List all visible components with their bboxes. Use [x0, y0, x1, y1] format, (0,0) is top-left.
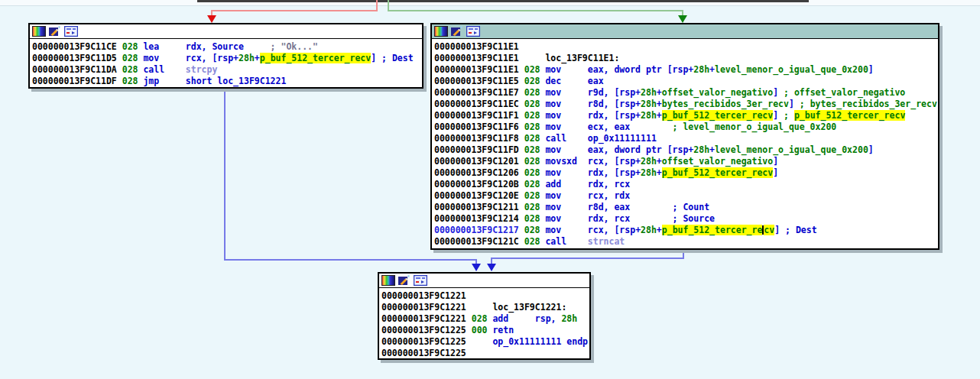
edge-blue-segment [224, 89, 226, 261]
asm-line[interactable]: 000000013F9C11DF 028 jmp short loc_13F9C… [32, 76, 422, 87]
node-body: 000000013F9C11CE 028 lea rdx, Source ; "… [30, 39, 422, 87]
edge-red-arrowhead-icon [207, 15, 216, 23]
group-frame-icon[interactable] [64, 26, 78, 37]
edit-pencil-icon[interactable] [451, 26, 463, 37]
asm-line[interactable]: 000000013F9C120B 028 add rdx, rcx [434, 179, 938, 190]
asm-line[interactable]: 000000013F9C11CE 028 lea rdx, Source ; "… [32, 41, 422, 53]
basic-block-13F9C11E1[interactable]: 000000013F9C11E1000000013F9C11E1 loc_13F… [430, 23, 939, 250]
asm-line[interactable]: 000000013F9C1225 op_0x11111111 endp [381, 336, 589, 348]
edit-pencil-icon[interactable] [49, 26, 61, 37]
node-body: 000000013F9C11E1000000013F9C11E1 loc_13F… [432, 39, 938, 248]
asm-line[interactable]: 000000013F9C1221 028 add rsp, 28h [381, 313, 589, 325]
asm-line[interactable]: 000000013F9C1214 028 mov rdx, rcx ; Sour… [434, 213, 938, 225]
node-titlebar[interactable] [432, 24, 938, 39]
asm-line[interactable]: 000000013F9C11F8 028 call op_0x11111111 [434, 133, 938, 144]
asm-line[interactable]: 000000013F9C11E5 028 dec eax [434, 76, 938, 87]
asm-line[interactable]: 000000013F9C11FD 028 mov eax, dword ptr … [434, 144, 938, 156]
asm-line[interactable]: 000000013F9C120E 028 mov rcx, rdx [434, 190, 938, 202]
asm-line[interactable]: 000000013F9C1206 028 mov rdx, [rsp+28h+p… [434, 167, 938, 179]
edge-blue-segment [492, 258, 684, 259]
group-frame-icon[interactable] [414, 275, 427, 286]
node-body: 000000013F9C1221000000013F9C1221 loc_13F… [379, 288, 589, 359]
ida-graph-view: 000000013F9C11CE 028 lea rdx, Source ; "… [0, 0, 980, 379]
edge-blue-arrowhead-icon [487, 264, 496, 271]
asm-line[interactable]: 000000013F9C11F1 028 mov rdx, [rsp+28h+p… [434, 110, 938, 121]
top-window-edge [197, 0, 809, 2]
asm-line[interactable]: 000000013F9C1225 000 retn [381, 325, 589, 336]
basic-block-13F9C1221[interactable]: 000000013F9C1221000000013F9C1221 loc_13F… [378, 272, 591, 360]
asm-line[interactable]: 000000013F9C11E1 028 mov eax, dword ptr … [434, 64, 938, 76]
edge-green-arrowhead-icon [678, 15, 687, 23]
asm-line[interactable]: 000000013F9C11F6 028 mov ecx, eax ; leve… [434, 121, 938, 133]
edge-blue-arrowhead-icon [472, 264, 481, 271]
asm-line[interactable]: 000000013F9C11DA 028 call strcpy [32, 64, 422, 76]
asm-line[interactable]: 000000013F9C11E1 loc_13F9C11E1: [434, 53, 938, 64]
asm-line[interactable]: 000000013F9C11E1 [434, 41, 938, 53]
node-color-palette-icon[interactable] [32, 26, 46, 37]
node-titlebar[interactable] [379, 274, 589, 288]
asm-line[interactable]: 000000013F9C1225 [381, 348, 589, 359]
asm-line[interactable]: 000000013F9C1211 028 mov r8d, eax ; Coun… [434, 202, 938, 213]
asm-line[interactable]: 000000013F9C11EC 028 mov r8d, [rsp+28h+b… [434, 99, 938, 110]
asm-line[interactable]: 000000013F9C1221 loc_13F9C1221: [381, 302, 589, 313]
asm-line[interactable]: 000000013F9C1221 [381, 290, 589, 302]
edge-red-segment [211, 10, 378, 11]
group-frame-icon[interactable] [466, 26, 480, 37]
asm-line[interactable]: 000000013F9C1217 028 mov rcx, [rsp+28h+p… [434, 225, 938, 236]
asm-line[interactable]: 000000013F9C121C 028 call strncat [434, 236, 938, 248]
basic-block-13F9C11CE[interactable]: 000000013F9C11CE 028 lea rdx, Source ; "… [28, 23, 423, 89]
edge-green-segment [388, 10, 683, 11]
asm-line[interactable]: 000000013F9C11D5 028 mov rcx, [rsp+28h+p… [32, 53, 422, 64]
node-titlebar[interactable] [30, 24, 422, 39]
asm-line[interactable]: 000000013F9C11E7 028 mov r9d, [rsp+28h+o… [434, 87, 938, 99]
edge-blue-segment [224, 259, 477, 261]
node-color-palette-icon[interactable] [434, 26, 448, 37]
node-color-palette-icon[interactable] [381, 275, 395, 286]
edit-pencil-icon[interactable] [398, 275, 410, 286]
asm-line[interactable]: 000000013F9C1201 028 movsxd rcx, [rsp+28… [434, 156, 938, 167]
